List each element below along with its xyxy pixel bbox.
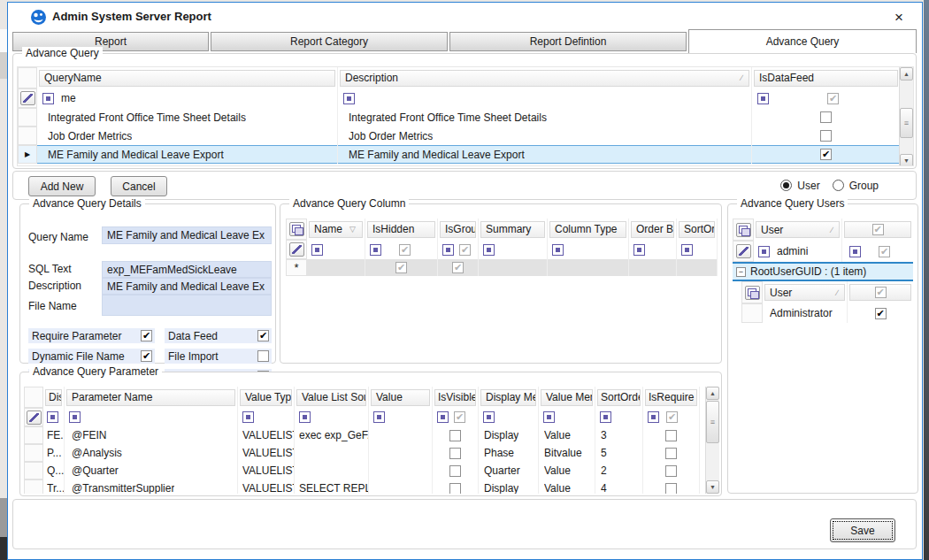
- file-import-checkbox[interactable]: [257, 350, 269, 362]
- param-grid-row[interactable]: FE... @FEIN VALUELIST exec exp_GeF... Di…: [24, 426, 719, 444]
- cell-isrequired-checkbox[interactable]: [665, 430, 677, 441]
- cell-isrequired-checkbox[interactable]: [665, 465, 677, 477]
- newrow-ishidden-checkbox[interactable]: [395, 262, 407, 273]
- column-header-description[interactable]: Description∕: [340, 70, 749, 87]
- data-feed-checkbox[interactable]: [257, 330, 269, 341]
- filter-operator-icon[interactable]: [437, 411, 449, 423]
- filter-isvisible-checkbox[interactable]: [454, 411, 465, 423]
- column-header-value-member[interactable]: Value Mem: [541, 389, 593, 406]
- param-grid-row[interactable]: Tr... @TransmitterSupplier VALUELIST SEL…: [24, 479, 719, 494]
- save-button[interactable]: Save: [830, 518, 895, 542]
- collapse-icon[interactable]: −: [736, 267, 746, 277]
- file-name-field[interactable]: [102, 295, 272, 316]
- tab-advance-query[interactable]: Advance Query: [688, 29, 917, 53]
- filter-edit-icon[interactable]: [20, 91, 35, 105]
- scroll-up-icon[interactable]: ▲: [706, 387, 719, 400]
- query-grid-scrollbar[interactable]: ▲ ≡ ▼: [899, 67, 913, 166]
- query-grid-row-selected[interactable]: ▶ ME Family and Medical Leave Export ME …: [18, 145, 913, 164]
- cell-isdatafeed-checkbox[interactable]: [820, 130, 832, 142]
- child-column-header-checkbox[interactable]: [849, 284, 911, 301]
- filter-user-checkbox[interactable]: [879, 246, 890, 257]
- cell-isvisible-checkbox[interactable]: [449, 483, 461, 495]
- filter-operator-icon[interactable]: [343, 93, 355, 104]
- column-header-value-type[interactable]: Value Type: [240, 389, 292, 406]
- filter-operator-icon[interactable]: [757, 93, 769, 104]
- filter-operator-icon[interactable]: [47, 411, 58, 423]
- column-header-user-checkbox[interactable]: [844, 221, 911, 238]
- users-child-row[interactable]: Administrator: [741, 303, 913, 323]
- param-grid-scrollbar[interactable]: ▲ ≡ ▼: [705, 387, 719, 494]
- column-header-sort-order[interactable]: SortOrde: [597, 389, 641, 406]
- header-checkbox[interactable]: [872, 224, 884, 235]
- column-header-parameter-name[interactable]: Parameter Name: [66, 389, 235, 406]
- filter-edit-icon[interactable]: [27, 410, 42, 425]
- filter-operator-icon[interactable]: [681, 244, 693, 256]
- add-new-button[interactable]: Add New: [28, 176, 96, 196]
- column-header-sortorder[interactable]: SortOrder: [679, 221, 715, 238]
- filter-operator-icon[interactable]: [543, 411, 555, 423]
- cell-isvisible-checkbox[interactable]: [449, 430, 461, 441]
- cell-isdatafeed-checkbox[interactable]: [820, 149, 832, 160]
- column-header-display-member[interactable]: Display Me: [480, 389, 536, 406]
- column-header-isgroup[interactable]: IsGrou: [440, 221, 476, 238]
- users-group-row[interactable]: − RootUserGUID : (1 item): [733, 262, 913, 281]
- child-column-header-user[interactable]: User∕: [764, 284, 845, 301]
- column-header-queryname[interactable]: QueryName: [39, 70, 335, 87]
- group-by-icon[interactable]: [289, 222, 304, 236]
- sql-text-field[interactable]: exp_MEFamMedSickLeave: [102, 261, 272, 278]
- column-header-value-list-source[interactable]: Value List Sour: [296, 389, 366, 406]
- filter-operator-icon[interactable]: [600, 411, 611, 423]
- scroll-thumb[interactable]: ≡: [706, 401, 719, 443]
- filter-operator-icon[interactable]: [552, 244, 564, 256]
- filter-operator-icon[interactable]: [442, 244, 454, 256]
- group-by-icon[interactable]: [736, 223, 751, 237]
- filter-operator-icon[interactable]: [373, 411, 385, 423]
- filter-operator-icon[interactable]: [483, 244, 495, 256]
- column-header-dis[interactable]: Dis: [45, 389, 62, 406]
- column-header-columntype[interactable]: Column Type: [549, 221, 626, 238]
- column-header-value[interactable]: Value: [371, 389, 430, 406]
- cell-isvisible-checkbox[interactable]: [449, 465, 461, 477]
- scroll-up-icon[interactable]: ▲: [900, 67, 913, 81]
- column-header-isrequired[interactable]: IsRequire: [645, 389, 697, 406]
- filter-user-value[interactable]: admini: [777, 245, 808, 257]
- header-checkbox[interactable]: [875, 287, 887, 298]
- description-field[interactable]: ME Family and Medical Leave Ex: [102, 278, 272, 295]
- filter-operator-icon[interactable]: [299, 411, 311, 423]
- query-grid-row[interactable]: Integrated Front Office Time Sheet Detai…: [18, 108, 913, 127]
- cell-isrequired-checkbox[interactable]: [665, 448, 677, 459]
- filter-operator-icon[interactable]: [483, 411, 495, 423]
- cell-isrequired-checkbox[interactable]: [665, 483, 677, 495]
- filter-ishidden-checkbox[interactable]: [399, 244, 411, 256]
- filter-operator-icon[interactable]: [633, 244, 645, 256]
- cell-isdatafeed-checkbox[interactable]: [820, 111, 832, 123]
- filter-isgroup-checkbox[interactable]: [459, 244, 471, 256]
- filter-operator-icon[interactable]: [69, 411, 81, 423]
- scroll-thumb[interactable]: ≡: [900, 108, 913, 138]
- user-radio[interactable]: [780, 180, 792, 191]
- column-header-isvisible[interactable]: IsVisible: [434, 389, 476, 406]
- group-by-icon[interactable]: [745, 286, 760, 300]
- column-header-isdatafeed[interactable]: IsDataFeed: [754, 70, 898, 87]
- dynamic-file-name-checkbox[interactable]: [141, 350, 152, 362]
- tab-report-category[interactable]: Report Category: [211, 32, 448, 51]
- filter-operator-icon[interactable]: [370, 244, 381, 256]
- column-grid-new-row[interactable]: *: [286, 259, 718, 276]
- tab-report-definition[interactable]: Report Defintion: [449, 32, 687, 51]
- scroll-down-icon[interactable]: ▼: [900, 154, 913, 166]
- query-grid-row[interactable]: Job Order Metrics Job Order Metrics: [18, 127, 913, 145]
- column-header-summary[interactable]: Summary: [480, 221, 545, 238]
- column-header-orderby[interactable]: Order By: [631, 221, 674, 238]
- newrow-isgroup-checkbox[interactable]: [452, 262, 464, 273]
- filter-edit-icon[interactable]: [736, 244, 751, 258]
- filter-operator-icon[interactable]: [311, 244, 323, 256]
- cell-isvisible-checkbox[interactable]: [449, 448, 461, 459]
- cancel-button[interactable]: Cancel: [111, 176, 167, 196]
- require-parameter-checkbox[interactable]: [141, 330, 152, 341]
- column-header-ishidden[interactable]: IsHidden: [367, 221, 435, 238]
- filter-operator-icon[interactable]: [758, 246, 770, 257]
- query-name-field[interactable]: ME Family and Medical Leave Ex: [102, 226, 272, 244]
- scroll-down-icon[interactable]: ▼: [706, 480, 719, 494]
- filter-operator-icon[interactable]: [648, 411, 659, 423]
- close-icon[interactable]: ×: [888, 7, 910, 28]
